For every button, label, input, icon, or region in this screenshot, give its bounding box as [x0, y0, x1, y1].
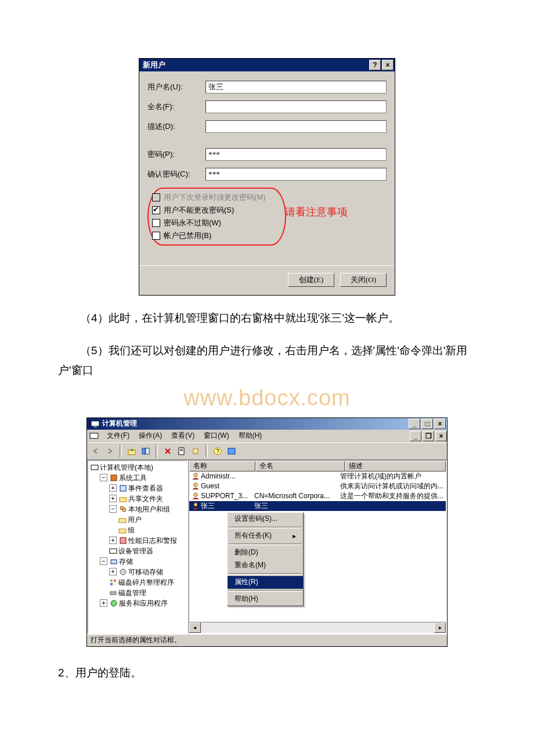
menu-view[interactable]: 查看(V) [167, 431, 199, 441]
ctx-help[interactable]: 帮助(H) [228, 593, 303, 606]
horizontal-scrollbar[interactable]: ◂ ▸ [189, 622, 446, 633]
col-desc[interactable]: 描述 [345, 461, 446, 471]
paragraph-4: （4）此时，在计算机管理窗口的右窗格中就出现'张三'这一帐户。 [58, 308, 476, 328]
dialog-titlebar[interactable]: 新用户 ? × [139, 59, 395, 71]
password-label: 密码(P): [147, 149, 205, 160]
col-fullname[interactable]: 全名 [255, 461, 345, 471]
properties-icon[interactable] [175, 445, 188, 458]
child-restore-icon[interactable]: ❐ [423, 431, 434, 441]
tree-device-manager[interactable]: 设备管理器 [109, 546, 186, 556]
child-minimize-icon[interactable]: _ [410, 431, 421, 441]
context-menu: 设置密码(S)... 所有任务(K)▸ 删除(D) 重命名(M) 属性(R) 帮… [227, 512, 304, 606]
up-folder-icon[interactable] [125, 445, 138, 458]
tree-shared-folders[interactable]: +共享文件夹 [109, 494, 186, 504]
list-header: 名称 全名 描述 [189, 461, 446, 471]
must-change-password-label: 用户下次登录时须更改密码(M) [164, 192, 266, 203]
ctx-properties[interactable]: 属性(R) [228, 576, 303, 589]
svg-rect-29 [110, 592, 116, 595]
statusbar-text: 打开当前选择的属性对话框。 [91, 635, 181, 645]
svg-rect-20 [119, 529, 126, 533]
back-icon[interactable] [89, 445, 102, 458]
user-icon [192, 482, 200, 490]
tree-pane[interactable]: 计算机管理(本地) −系统工具 +事件查看器 +共享文件夹 −本地用户和组 用户 [87, 460, 188, 634]
confirm-password-input[interactable] [205, 168, 387, 181]
must-change-password-checkbox [152, 193, 160, 201]
mmc-titlebar[interactable]: 计算机管理 _ □ × [87, 418, 447, 430]
ctx-delete[interactable]: 删除(D) [228, 546, 303, 559]
svg-text:?: ? [216, 448, 219, 455]
forward-icon[interactable] [103, 445, 116, 458]
svg-point-34 [194, 503, 197, 506]
svg-rect-23 [111, 560, 117, 564]
tree-root[interactable]: 计算机管理(本地) [91, 462, 186, 473]
computer-management-window: 计算机管理 _ □ × 文件(F) 操作(A) 查看(V) 窗口(W) 帮助(H… [86, 417, 448, 647]
never-expire-checkbox[interactable] [152, 219, 160, 227]
list-row[interactable]: 张三张三 [189, 501, 446, 511]
ctx-rename[interactable]: 重命名(M) [228, 559, 303, 572]
svg-rect-19 [119, 519, 126, 523]
tree-users[interactable]: 用户 [118, 514, 186, 525]
svg-rect-12 [228, 448, 235, 454]
list-row[interactable]: Guest供来宾访问计算机或访问域的内... [189, 481, 446, 491]
annotation-note: 请看注意事项 [285, 205, 348, 219]
svg-point-32 [194, 483, 197, 487]
tree-defrag[interactable]: 磁盘碎片整理程序 [109, 577, 186, 588]
tree-storage[interactable]: −存储 [100, 556, 186, 567]
create-button[interactable]: 创建(E) [288, 273, 334, 287]
user-icon [192, 502, 200, 510]
close-window-icon[interactable]: × [434, 419, 446, 429]
child-close-icon[interactable]: × [435, 431, 447, 441]
refresh-icon[interactable] [225, 445, 238, 458]
password-options-group: 用户下次登录时须更改密码(M) 用户不能更改密码(S) 密码永不过期(W) 帐户… [147, 188, 286, 246]
tree-system-tools[interactable]: −系统工具 [100, 473, 186, 483]
fullname-input[interactable] [205, 100, 387, 113]
scroll-right-icon[interactable]: ▸ [434, 622, 446, 633]
show-hide-tree-icon[interactable] [139, 445, 152, 458]
help-toolbar-icon[interactable]: ? [211, 445, 224, 458]
maximize-icon[interactable]: □ [421, 419, 433, 429]
svg-rect-21 [120, 538, 126, 543]
never-expire-label: 密码永不过期(W) [164, 218, 221, 228]
minimize-icon[interactable]: _ [409, 419, 420, 429]
help-icon[interactable]: ? [369, 60, 381, 70]
close-button[interactable]: 关闭(O) [340, 273, 387, 287]
tree-perf-logs[interactable]: +性能日志和警报 [109, 535, 186, 546]
account-disabled-checkbox[interactable] [152, 232, 160, 240]
delete-icon[interactable] [161, 445, 174, 458]
username-input[interactable] [205, 81, 387, 93]
cannot-change-password-checkbox[interactable] [152, 206, 160, 214]
mmc-app-icon [91, 419, 100, 429]
tree-removable-storage[interactable]: +可移动存储 [109, 567, 186, 577]
export-icon[interactable] [189, 445, 202, 458]
account-disabled-label: 帐户已禁用(B) [164, 231, 211, 241]
svg-rect-9 [193, 449, 198, 453]
close-icon[interactable]: × [382, 60, 394, 70]
tree-event-viewer[interactable]: +事件查看器 [109, 483, 186, 494]
password-input[interactable] [205, 148, 387, 161]
tree-services-apps[interactable]: +服务和应用程序 [100, 598, 186, 609]
description-input[interactable] [205, 120, 387, 133]
paragraph-5: （5）我们还可以对创建的用户进行修改，右击用户名，选择'属性'命令弹出'新用户'… [58, 341, 476, 380]
svg-rect-16 [120, 498, 127, 502]
mmc-title: 计算机管理 [102, 419, 407, 429]
scroll-left-icon[interactable]: ◂ [189, 622, 201, 633]
tree-groups[interactable]: 组 [118, 525, 186, 535]
menu-window[interactable]: 窗口(W) [199, 431, 233, 441]
cannot-change-password-label: 用户不能更改密码(S) [164, 205, 234, 215]
description-label: 描述(D): [147, 121, 205, 132]
list-rows-container: Administr...管理计算机(域)的内置帐户Guest供来宾访问计算机或访… [189, 471, 446, 622]
tree-disk-mgmt[interactable]: 磁盘管理 [109, 588, 186, 598]
ctx-set-password[interactable]: 设置密码(S)... [228, 513, 303, 525]
list-row[interactable]: SUPPORT_3...CN=Microsoft Corpora...这是一个帮… [189, 491, 446, 501]
ctx-all-tasks[interactable]: 所有任务(K)▸ [228, 530, 303, 542]
col-name[interactable]: 名称 [189, 461, 255, 471]
svg-rect-6 [179, 448, 184, 455]
menu-action[interactable]: 操作(A) [134, 431, 167, 441]
menu-file[interactable]: 文件(F) [102, 431, 134, 441]
svg-rect-14 [111, 475, 117, 481]
menu-help[interactable]: 帮助(H) [234, 431, 267, 441]
username-label: 用户名(U): [147, 82, 205, 92]
tree-local-users-groups[interactable]: −本地用户和组 [109, 504, 186, 514]
svg-point-33 [194, 493, 197, 496]
list-row[interactable]: Administr...管理计算机(域)的内置帐户 [189, 471, 446, 481]
